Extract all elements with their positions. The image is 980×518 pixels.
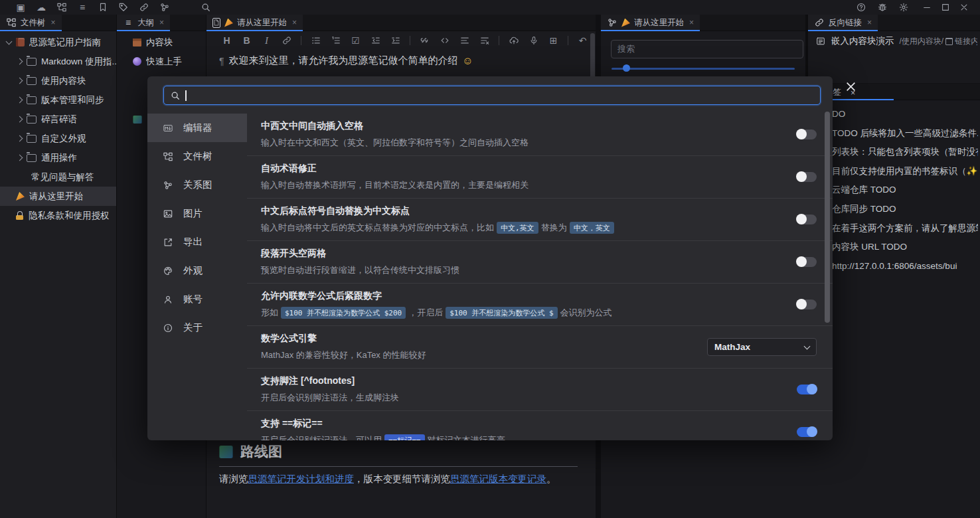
close-button[interactable] [955, 1, 973, 13]
tab-backlinks[interactable]: 反向链接 × [808, 15, 878, 31]
bookmark-item[interactable]: 列表块：只能包含列表项块（暂时没有... [832, 143, 978, 162]
tag-button[interactable] [118, 1, 129, 13]
file-tree-item[interactable]: 隐私条款和使用授权 [0, 206, 116, 225]
cloud-button[interactable]: ☁ [35, 1, 47, 13]
record-button[interactable] [528, 35, 539, 46]
setting-toggle[interactable] [797, 427, 817, 437]
setting-toggle[interactable] [797, 257, 817, 267]
panel-divider[interactable] [805, 15, 808, 83]
table-button[interactable]: ⊞ [548, 35, 559, 46]
bookmark-item[interactable]: 仓库同步 TODO [832, 200, 978, 219]
file-tree-item[interactable]: 使用内容块 [0, 71, 116, 90]
tree-caret-icon[interactable] [17, 135, 23, 142]
backlink-item[interactable]: 嵌入内容块演示 /使用内容块/ 链接内容块 [815, 34, 977, 48]
heading-button[interactable]: H [221, 35, 232, 46]
bold-button[interactable]: B [241, 35, 252, 46]
graph-search-input[interactable]: 搜索 [611, 40, 803, 58]
settings-button[interactable] [898, 1, 910, 13]
graph-slider-knob[interactable] [623, 64, 630, 72]
bookmark-item[interactable]: TODO 后续将加入一些高级过滤条件... [832, 124, 978, 143]
tab-close-icon[interactable]: × [51, 18, 56, 27]
clear-format-button[interactable] [479, 35, 490, 46]
tab-graph[interactable]: 请从这里开始 × [601, 15, 700, 31]
settings-menu-关系图[interactable]: 关系图 [147, 171, 247, 199]
file-tree-item[interactable]: 请从这里开始 [0, 187, 116, 206]
search-button[interactable] [200, 1, 212, 13]
undo-button[interactable]: ↶ [577, 35, 588, 46]
math-engine-select[interactable]: MathJax [707, 338, 817, 356]
graph-slider[interactable] [612, 68, 795, 70]
upload-button[interactable] [508, 35, 519, 46]
bookmark-item[interactable]: 在着手这两个方案前，请从了解思源笔... [832, 219, 978, 238]
setting-toggle[interactable] [797, 300, 817, 309]
outline-button[interactable]: ≡ [76, 1, 88, 13]
setting-toggle[interactable] [797, 130, 817, 139]
settings-scrollbar[interactable] [825, 112, 830, 323]
roadmap-heading[interactable]: 路线图 [219, 442, 282, 461]
bookmark-item[interactable]: http://127.0.0.1:6806/assets/bui [832, 257, 978, 276]
file-tree-item[interactable]: 通用操作 [0, 148, 116, 167]
file-tree-item[interactable]: 思源笔记用户指南 [0, 33, 116, 52]
align-button[interactable] [459, 35, 470, 46]
bookmark-button[interactable] [97, 1, 109, 13]
settings-search-input[interactable] [163, 86, 821, 105]
tree-caret-icon[interactable] [17, 78, 23, 84]
tab-outline[interactable]: ≡ 大纲 × [117, 15, 170, 31]
check-button[interactable]: ☑ [350, 35, 361, 46]
tab-document[interactable]: 请从这里开始 × [206, 15, 303, 31]
panel-divider[interactable] [116, 15, 117, 518]
filetree-button[interactable] [56, 1, 68, 13]
olist-button[interactable] [330, 35, 341, 46]
settings-menu-账号[interactable]: 账号 [147, 285, 247, 313]
tab-close-icon[interactable]: × [159, 18, 164, 27]
outline-item[interactable]: 内容块 [117, 33, 206, 52]
ulist-button[interactable] [310, 35, 321, 46]
help-button[interactable] [855, 1, 867, 13]
tab-close-icon[interactable]: × [689, 18, 694, 27]
document-link[interactable]: 思源笔记开发计划和进度 [248, 474, 355, 484]
italic-button[interactable]: I [261, 35, 272, 46]
file-tree-item[interactable]: 碎言碎语 [0, 110, 116, 129]
minimize-button[interactable] [918, 1, 936, 13]
graph-button[interactable] [159, 1, 171, 13]
welcome-paragraph[interactable]: ¶ 欢迎来到这里，请允许我为思源笔记做个简单的介绍 ☺ [219, 54, 473, 67]
inline-code-button[interactable] [439, 35, 450, 46]
tab-file-tree[interactable]: 文件树 × [0, 15, 62, 31]
tree-caret-icon[interactable] [17, 97, 23, 104]
settings-menu-文件树[interactable]: 文件树 [147, 142, 247, 171]
setting-toggle[interactable] [797, 385, 817, 394]
link-button[interactable] [138, 1, 150, 13]
outline-item[interactable]: 快速上手 [117, 52, 206, 71]
tree-caret-icon[interactable] [17, 58, 23, 65]
settings-close-button[interactable] [843, 79, 858, 94]
quote-button[interactable] [419, 35, 430, 46]
tree-caret-icon[interactable] [6, 38, 13, 44]
setting-toggle[interactable] [797, 215, 817, 224]
outdent-button[interactable] [370, 35, 381, 46]
tree-caret-icon[interactable] [17, 116, 23, 123]
bookmark-item[interactable]: DO [832, 105, 978, 124]
settings-menu-编辑器[interactable]: 编辑器 [147, 114, 247, 142]
global-graph-button[interactable] [179, 1, 191, 13]
link-button[interactable] [281, 35, 292, 46]
document-link[interactable]: 思源笔记版本变更记录 [450, 474, 546, 484]
bug-button[interactable] [876, 1, 888, 13]
bookmark-item[interactable]: 云端仓库 TODO [832, 181, 978, 200]
tab-close-icon[interactable]: × [292, 18, 297, 27]
settings-menu-导出[interactable]: 导出 [147, 228, 247, 256]
settings-menu-图片[interactable]: 图片 [147, 199, 247, 228]
settings-menu-关于[interactable]: 关于 [147, 313, 247, 342]
setting-toggle[interactable] [797, 172, 817, 182]
file-tree-item[interactable]: 自定义外观 [0, 129, 116, 148]
file-tree-item[interactable]: Markdown 使用指... [0, 52, 116, 71]
indent-button[interactable] [390, 35, 401, 46]
settings-menu-外观[interactable]: 外观 [147, 256, 247, 285]
file-tree-item[interactable]: 版本管理和同步 [0, 90, 116, 110]
maximize-button[interactable] [936, 1, 955, 13]
bookmark-item[interactable]: 内容块 URL TODO [832, 238, 978, 257]
bookmark-item[interactable]: 目前仅支持使用内置的书签标识（✨ ... [832, 162, 978, 181]
tab-close-icon[interactable]: × [867, 18, 872, 27]
file-tree-item[interactable]: 常见问题与解答 [0, 167, 116, 187]
workspace-button[interactable]: ▣ [15, 1, 27, 13]
tree-caret-icon[interactable] [17, 155, 23, 161]
